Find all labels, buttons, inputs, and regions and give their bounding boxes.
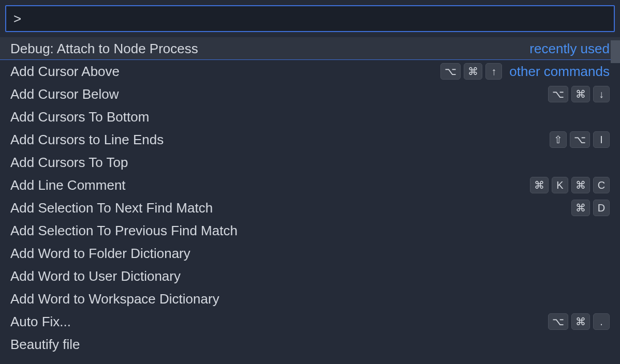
command-palette: Debug: Attach to Node Processrecently us… <box>0 0 620 364</box>
command-item[interactable]: Add Cursors To Top <box>0 151 620 174</box>
chord-group: ⌥⌘↑ <box>440 63 502 80</box>
command-item[interactable]: Add Line Comment⌘K⌘C <box>0 174 620 196</box>
command-label: Add Cursors To Top <box>10 155 128 171</box>
command-label: Debug: Attach to Node Process <box>10 41 198 57</box>
key-command: ⌘ <box>571 86 590 102</box>
command-right: ⌥⌘. <box>548 313 610 330</box>
command-label: Add Cursors to Line Ends <box>10 132 164 148</box>
command-item[interactable]: Add Word to User Dictionary <box>0 265 620 287</box>
command-right: ⌘D <box>571 200 610 216</box>
key-down: ↓ <box>593 86 610 102</box>
keybinding: ⌘D <box>571 200 610 216</box>
command-input[interactable] <box>5 5 615 32</box>
keybinding: ⌘K⌘C <box>530 177 610 193</box>
key-option: ⌥ <box>440 63 461 80</box>
command-label: Beautify file <box>10 337 80 353</box>
results-list[interactable]: Debug: Attach to Node Processrecently us… <box>0 37 620 364</box>
command-item[interactable]: Beautify file <box>0 333 620 356</box>
chord-group: ⌘K <box>530 177 568 193</box>
key-option: ⌥ <box>548 86 568 102</box>
chord-group: ⌥⌘↓ <box>548 86 610 102</box>
command-label: Add Word to User Dictionary <box>10 268 181 284</box>
command-label: Add Cursors To Bottom <box>10 109 149 125</box>
key-option: ⌥ <box>548 313 568 330</box>
command-label: Add Cursor Below <box>10 86 119 102</box>
key-command: ⌘ <box>464 63 482 80</box>
key-letter_d: D <box>593 200 610 216</box>
command-item[interactable]: Add Cursors to Line Ends⇧⌥I <box>0 128 620 151</box>
command-item[interactable]: Add Word to Folder Dictionary <box>0 242 620 265</box>
keybinding: ⌥⌘. <box>548 313 610 330</box>
command-label: Auto Fix... <box>10 314 71 330</box>
scrollbar-thumb[interactable] <box>611 40 620 63</box>
command-item[interactable]: Add Cursor Below⌥⌘↓ <box>0 83 620 105</box>
keybinding: ⌥⌘↑ <box>440 63 502 80</box>
command-right: ⌥⌘↑other commands <box>440 63 610 80</box>
key-command: ⌘ <box>571 313 590 330</box>
group-label: recently used <box>529 41 610 57</box>
key-dot: . <box>593 313 610 330</box>
chord-group: ⌘C <box>571 177 610 193</box>
chord-group: ⇧⌥I <box>550 131 610 148</box>
command-label: Add Selection To Previous Find Match <box>10 223 238 239</box>
key-option: ⌥ <box>570 131 590 148</box>
command-right: ⌥⌘↓ <box>548 86 610 102</box>
command-item[interactable]: Add Word to Workspace Dictionary <box>0 287 620 310</box>
command-item[interactable]: Debug: Attach to Node Processrecently us… <box>0 37 620 60</box>
key-command: ⌘ <box>571 177 590 193</box>
chord-group: ⌘D <box>571 200 610 216</box>
command-right: ⇧⌥I <box>550 131 610 148</box>
input-container <box>0 0 620 37</box>
command-label: Add Selection To Next Find Match <box>10 200 213 216</box>
command-right: recently used <box>529 41 610 57</box>
command-item[interactable]: Add Selection To Previous Find Match <box>0 219 620 242</box>
key-letter_k: K <box>552 177 568 193</box>
command-item[interactable]: Auto Fix...⌥⌘. <box>0 310 620 333</box>
key-up: ↑ <box>485 63 502 80</box>
group-label: other commands <box>509 64 610 80</box>
command-right: ⌘K⌘C <box>530 177 610 193</box>
keybinding: ⇧⌥I <box>550 131 610 148</box>
key-command: ⌘ <box>530 177 549 193</box>
command-item[interactable]: Add Cursor Above⌥⌘↑other commands <box>0 60 620 83</box>
key-letter_i: I <box>593 131 610 148</box>
key-letter_c: C <box>593 177 610 193</box>
command-item[interactable]: Add Selection To Next Find Match⌘D <box>0 196 620 219</box>
key-command: ⌘ <box>571 200 590 216</box>
chord-group: ⌥⌘. <box>548 313 610 330</box>
command-label: Add Word to Workspace Dictionary <box>10 291 219 307</box>
command-item[interactable]: Add Cursors To Bottom <box>0 105 620 128</box>
keybinding: ⌥⌘↓ <box>548 86 610 102</box>
command-label: Add Line Comment <box>10 177 126 193</box>
command-label: Add Cursor Above <box>10 64 120 80</box>
command-label: Add Word to Folder Dictionary <box>10 246 190 262</box>
key-shift: ⇧ <box>550 131 567 148</box>
